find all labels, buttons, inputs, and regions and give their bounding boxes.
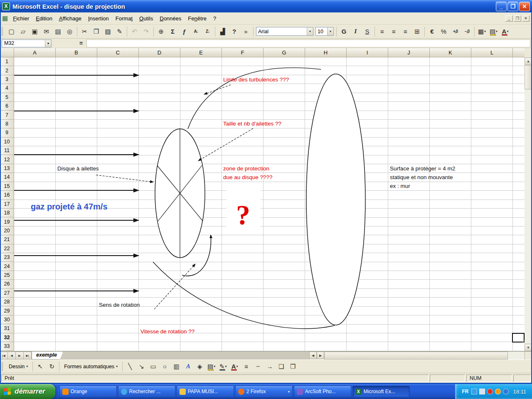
undo-icon[interactable]: ↶ [129, 26, 140, 37]
font-color-icon-dropdown[interactable]: ▾ [236, 365, 238, 368]
antivirus-tray-icon[interactable] [487, 389, 493, 394]
wordart-icon[interactable]: A [182, 361, 194, 372]
equals-button[interactable]: = [77, 40, 85, 47]
annotation-question-mark[interactable]: ? [236, 199, 250, 231]
row-header-9[interactable]: 9 [0, 128, 14, 137]
font-color-icon[interactable]: A▾ [500, 26, 511, 37]
row-header-26[interactable]: 26 [0, 280, 14, 288]
free-rotate-icon[interactable]: ↻ [46, 361, 57, 372]
row-header-33[interactable]: 33 [0, 342, 14, 351]
font-color-icon[interactable]: A▾ [229, 361, 240, 372]
formula-input[interactable] [86, 39, 530, 47]
row-header-14[interactable]: 14 [0, 173, 14, 182]
line-style-icon[interactable]: ≡ [241, 361, 252, 372]
align-left-icon[interactable]: ≡ [377, 26, 388, 37]
chart-wizard-icon[interactable]: ▟ [217, 26, 228, 37]
row-header-13[interactable]: 13 [0, 164, 14, 173]
underline-button[interactable]: S [362, 26, 373, 37]
insert-diagram-icon[interactable]: ◈ [194, 361, 205, 372]
cut-icon[interactable]: ✂ [79, 26, 90, 37]
row-header-25[interactable]: 25 [0, 271, 14, 280]
update-tray-icon[interactable] [495, 389, 501, 394]
oval-icon[interactable]: ○ [159, 361, 170, 372]
sort-ascending-icon[interactable]: A↓ [190, 26, 202, 37]
row-header-17[interactable]: 17 [0, 200, 14, 209]
toolbar-options-chevron[interactable]: » [240, 26, 251, 37]
align-center-icon[interactable]: ≡ [388, 26, 399, 37]
maximize-button[interactable]: ❐ [507, 2, 518, 11]
taskbar-button-orange-app[interactable]: Orange [59, 386, 117, 397]
workbook-restore-button[interactable]: ❐ [514, 15, 521, 22]
paste-function-icon[interactable]: ƒ [179, 26, 190, 37]
protected-surface-ellipse[interactable] [306, 74, 365, 325]
toolbar-grip[interactable] [2, 27, 4, 36]
font-name-select-dropdown-icon[interactable]: ▾ [307, 27, 313, 35]
horizontal-scroll-thumb[interactable] [324, 352, 508, 360]
column-header-B[interactable]: B [56, 48, 97, 57]
leader-disc[interactable] [96, 175, 153, 182]
column-header-A[interactable]: A [14, 48, 56, 57]
bold-button[interactable]: G [338, 26, 350, 37]
annotation-fins[interactable]: Taille et nb d'ailettes ?? [223, 121, 281, 127]
column-header-I[interactable]: I [347, 48, 388, 57]
annotation-disc-label[interactable]: Disque à ailettes [57, 165, 99, 172]
scroll-left-button[interactable]: ◀ [309, 352, 317, 359]
taskbar-button-photo-app[interactable]: ArcSoft Pho... [294, 386, 351, 397]
font-size-select-dropdown-icon[interactable]: ▾ [327, 27, 333, 35]
cells-area[interactable]: Limte des turbulences ??? Taille et nb d… [14, 57, 525, 351]
mail-icon[interactable]: ✉ [41, 26, 52, 37]
menu-aide[interactable]: ? [210, 13, 219, 24]
row-header-4[interactable]: 4 [0, 84, 14, 93]
row-header-31[interactable]: 31 [0, 324, 14, 333]
row-header-5[interactable]: 5 [0, 93, 14, 102]
font-color-icon-dropdown[interactable]: ▾ [507, 30, 508, 33]
annotation-turbulence[interactable]: Limte des turbulences ??? [223, 76, 289, 83]
name-box-dropdown-icon[interactable]: ▾ [45, 40, 51, 47]
decrease-decimal-icon[interactable]: −,0 [461, 26, 473, 37]
tab-last-button[interactable]: ▶| [24, 352, 32, 360]
group-expand-icon[interactable]: ▾ [288, 390, 290, 394]
print-preview-icon[interactable]: ◎ [64, 26, 75, 37]
row-header-11[interactable]: 11 [0, 146, 14, 155]
font-size-select[interactable]: 10▾ [315, 27, 334, 36]
tab-prev-button[interactable]: ◀ [8, 352, 16, 360]
borders-icon[interactable]: ▦▾ [476, 26, 488, 37]
rectangle-icon[interactable]: ▭ [148, 361, 159, 372]
row-header-7[interactable]: 7 [0, 111, 14, 119]
taskbar-button-folder[interactable]: PAPA MUSI... [177, 386, 234, 397]
row-header-24[interactable]: 24 [0, 262, 14, 271]
3d-style-icon[interactable]: ❒ [287, 361, 298, 372]
select-all-corner[interactable] [0, 48, 14, 57]
align-right-icon[interactable]: ≡ [400, 26, 411, 37]
increase-decimal-icon[interactable]: +,0 [450, 26, 461, 37]
select-objects-icon[interactable]: ↖ [34, 361, 46, 372]
line-color-icon-dropdown[interactable]: ▾ [225, 365, 227, 368]
column-header-L[interactable]: L [471, 48, 513, 57]
row-header-15[interactable]: 15 [0, 182, 14, 191]
taskbar-button-search-window[interactable]: Rechercher ... [118, 386, 175, 397]
paste-icon[interactable]: ▨ [102, 26, 113, 37]
fill-color-icon[interactable]: ▨▾ [206, 361, 217, 372]
row-header-19[interactable]: 19 [0, 217, 14, 226]
open-icon[interactable]: ▱ [17, 26, 29, 37]
tab-first-button[interactable]: |◀ [0, 352, 8, 360]
text-box-icon[interactable]: ▥ [171, 361, 182, 372]
arrow-icon[interactable]: ↘ [136, 361, 147, 372]
workbook-minimize-button[interactable]: _ [505, 15, 513, 22]
menu-insertion[interactable]: Insertion [85, 13, 112, 24]
italic-button[interactable]: I [350, 26, 361, 37]
clock[interactable]: 18:11 [513, 389, 526, 395]
workbook-close-button[interactable]: ✕ [522, 15, 530, 22]
menu-edition[interactable]: Edition [32, 13, 56, 24]
fill-color-icon[interactable]: ▨▾ [488, 26, 499, 37]
row-header-21[interactable]: 21 [0, 235, 14, 244]
network-tray-icon[interactable] [503, 389, 509, 394]
row-header-30[interactable]: 30 [0, 315, 14, 324]
menu-fenetre[interactable]: Fenêtre [185, 13, 210, 24]
row-header-8[interactable]: 8 [0, 120, 14, 128]
drawing-toolbar-grip[interactable] [2, 362, 4, 371]
row-header-16[interactable]: 16 [0, 191, 14, 200]
column-header-E[interactable]: E [180, 48, 222, 57]
column-header-C[interactable]: C [97, 48, 139, 57]
menu-outils[interactable]: Outils [136, 13, 156, 24]
